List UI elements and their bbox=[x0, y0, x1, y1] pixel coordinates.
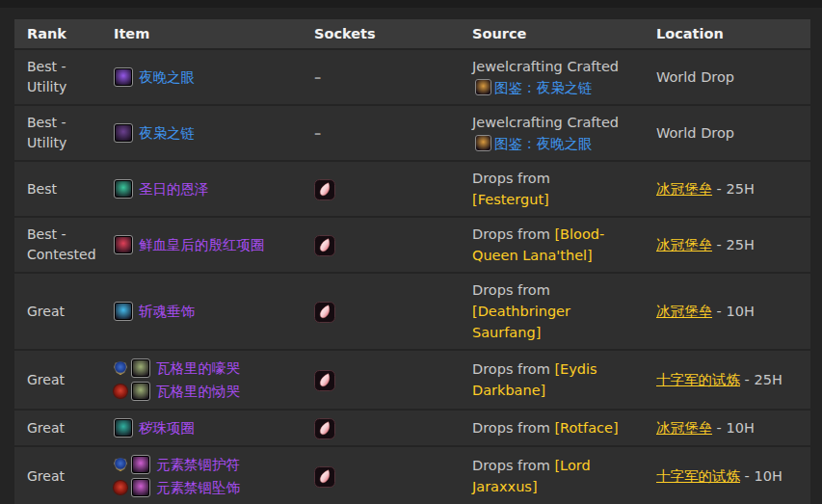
instance-link-trial-of-the-crusader[interactable]: 十字军的试炼 bbox=[656, 468, 740, 484]
chain-of-the-night-owl-icon[interactable] bbox=[114, 123, 133, 143]
sockets-cell bbox=[302, 160, 460, 216]
column-header-sockets: Sockets bbox=[302, 19, 460, 48]
item-cell: 秽珠项圈 bbox=[101, 409, 302, 445]
item-ranking-table: RankItemSocketsSourceLocation Best - Uti… bbox=[14, 19, 810, 504]
soulcleave-pendant-icon[interactable] bbox=[114, 302, 133, 321]
table-row: Great瓦格里的嚎哭瓦格里的恸哭Drops from [Eydis Darkb… bbox=[14, 349, 810, 409]
holy-day-blessing-icon[interactable] bbox=[114, 179, 133, 199]
text-segment: - 25H bbox=[712, 181, 755, 197]
item-link[interactable]: 鲜血皇后的殷红项圈 bbox=[139, 234, 265, 255]
item-cell: 圣日的恩泽 bbox=[101, 160, 302, 216]
recipe-link[interactable]: 图鉴：夜晚之眼 bbox=[494, 136, 593, 151]
valkyr-sob-icon[interactable] bbox=[131, 382, 150, 401]
valkyr-wail-icon[interactable] bbox=[131, 358, 150, 378]
item-link[interactable]: 斩魂垂饰 bbox=[139, 301, 195, 322]
text-segment: Jewelcrafting Crafted bbox=[472, 115, 619, 130]
jewelcrafting-design-icon[interactable] bbox=[475, 135, 491, 151]
text-segment: Drops from bbox=[472, 282, 550, 298]
rank-cell: Best - Utility bbox=[14, 48, 101, 104]
source-cell: Drops from [Rotface] bbox=[460, 409, 644, 445]
red-socket-icon bbox=[314, 370, 335, 391]
alliance-faction-icon bbox=[114, 458, 127, 471]
instance-link-icecrown-citadel[interactable]: 冰冠堡垒 bbox=[656, 237, 712, 252]
text-segment: - 25H bbox=[740, 372, 782, 387]
no-socket-dash: – bbox=[314, 125, 321, 141]
item-entry: 元素禁锢护符 bbox=[114, 453, 289, 476]
page-top-strip bbox=[0, 0, 822, 8]
column-header-rank: Rank bbox=[14, 19, 101, 48]
table-row: Great元素禁锢护符元素禁锢坠饰Drops from [Lord Jaraxx… bbox=[14, 445, 810, 504]
text-segment: - 25H bbox=[712, 237, 755, 252]
item-link[interactable]: 元素禁锢坠饰 bbox=[156, 477, 240, 498]
item-entry: 夜枭之链 bbox=[114, 121, 289, 145]
jewelcrafting-design-icon[interactable] bbox=[475, 79, 491, 95]
alliance-faction-icon bbox=[114, 361, 127, 375]
item-entry: 夜晚之眼 bbox=[114, 66, 289, 89]
blood-queen-crimson-choker-icon[interactable] bbox=[114, 235, 133, 254]
text-segment: Drops from bbox=[472, 226, 554, 242]
table-row: Best - Contested鲜血皇后的殷红项圈Drops from [Blo… bbox=[14, 216, 810, 272]
instance-link-trial-of-the-crusader[interactable]: 十字军的试炼 bbox=[656, 372, 740, 387]
item-link[interactable]: 瓦格里的恸哭 bbox=[156, 381, 240, 402]
sockets-cell bbox=[302, 409, 460, 445]
boss-link-saurfang[interactable]: [Deathbringer Saurfang] bbox=[472, 304, 570, 340]
column-header-location: Location bbox=[644, 19, 810, 48]
text-segment: - 10H bbox=[712, 304, 755, 319]
item-entry: 秽珠项圈 bbox=[114, 416, 289, 439]
rank-cell: Great bbox=[14, 445, 101, 504]
red-socket-icon bbox=[314, 179, 335, 200]
sockets-cell: – bbox=[302, 48, 460, 104]
item-link[interactable]: 秽珠项圈 bbox=[139, 417, 195, 438]
table-body: Best - Utility夜晚之眼–Jewelcrafting Crafted… bbox=[14, 48, 810, 504]
location-cell: World Drop bbox=[644, 48, 810, 104]
sockets-cell bbox=[302, 349, 460, 409]
bound-elements-amulet-icon[interactable] bbox=[131, 455, 150, 474]
instance-link-icecrown-citadel[interactable]: 冰冠堡垒 bbox=[656, 181, 712, 197]
rank-cell: Great bbox=[14, 409, 101, 445]
item-link[interactable]: 圣日的恩泽 bbox=[139, 178, 209, 199]
recipe-link[interactable]: 图鉴：夜枭之链 bbox=[494, 80, 593, 95]
item-link[interactable]: 元素禁锢护符 bbox=[156, 454, 240, 475]
sockets-cell bbox=[302, 272, 460, 349]
text-segment: Drops from bbox=[472, 171, 550, 186]
boss-link-rotface[interactable]: [Rotface] bbox=[554, 420, 618, 436]
location-cell: World Drop bbox=[644, 104, 810, 160]
item-ranking-table-wrap: RankItemSocketsSourceLocation Best - Uti… bbox=[14, 19, 810, 504]
item-entry: 斩魂垂饰 bbox=[114, 300, 289, 323]
rank-cell: Best - Contested bbox=[14, 216, 101, 272]
item-cell: 斩魂垂饰 bbox=[101, 272, 302, 349]
table-row: Best - Utility夜晚之眼–Jewelcrafting Crafted… bbox=[14, 48, 810, 104]
table-row: Best - Utility夜枭之链–Jewelcrafting Crafted… bbox=[14, 104, 810, 160]
location-cell: 冰冠堡垒 - 10H bbox=[644, 272, 810, 349]
text-segment: World Drop bbox=[656, 69, 734, 85]
item-entry: 瓦格里的恸哭 bbox=[114, 380, 289, 403]
item-link[interactable]: 夜晚之眼 bbox=[139, 66, 195, 88]
source-cell: Drops from [Festergut] bbox=[460, 160, 644, 216]
boss-link-festergut[interactable]: [Festergut] bbox=[472, 192, 549, 207]
item-entry: 瓦格里的嚎哭 bbox=[114, 357, 289, 380]
item-cell: 夜晚之眼 bbox=[101, 48, 302, 104]
text-segment: World Drop bbox=[656, 125, 734, 141]
text-segment: Drops from bbox=[472, 420, 554, 436]
column-header-source: Source bbox=[460, 19, 644, 48]
horde-faction-icon bbox=[114, 385, 127, 398]
table-row: Best圣日的恩泽Drops from [Festergut]冰冠堡垒 - 25… bbox=[14, 160, 810, 216]
item-cell: 鲜血皇后的殷红项圈 bbox=[101, 216, 302, 272]
item-link[interactable]: 夜枭之链 bbox=[139, 122, 195, 144]
instance-link-icecrown-citadel[interactable]: 冰冠堡垒 bbox=[656, 304, 712, 319]
location-cell: 冰冠堡垒 - 25H bbox=[644, 216, 810, 272]
item-entry: 元素禁锢坠饰 bbox=[114, 476, 289, 499]
table-header-row: RankItemSocketsSourceLocation bbox=[14, 19, 810, 48]
eye-of-the-night-icon[interactable] bbox=[114, 67, 133, 87]
instance-link-icecrown-citadel[interactable]: 冰冠堡垒 bbox=[656, 420, 712, 436]
sockets-cell bbox=[302, 216, 460, 272]
bound-elements-pendant-icon[interactable] bbox=[131, 478, 150, 497]
item-cell: 瓦格里的嚎哭瓦格里的恸哭 bbox=[101, 349, 302, 409]
sockets-cell: – bbox=[302, 104, 460, 160]
vile-pearl-choker-icon[interactable] bbox=[114, 418, 133, 438]
item-cell: 夜枭之链 bbox=[101, 104, 302, 160]
item-link[interactable]: 瓦格里的嚎哭 bbox=[156, 358, 240, 379]
rank-cell: Best - Utility bbox=[14, 104, 101, 160]
table-row: Great秽珠项圈Drops from [Rotface]冰冠堡垒 - 10H bbox=[14, 409, 810, 445]
text-segment: - 10H bbox=[740, 468, 782, 484]
